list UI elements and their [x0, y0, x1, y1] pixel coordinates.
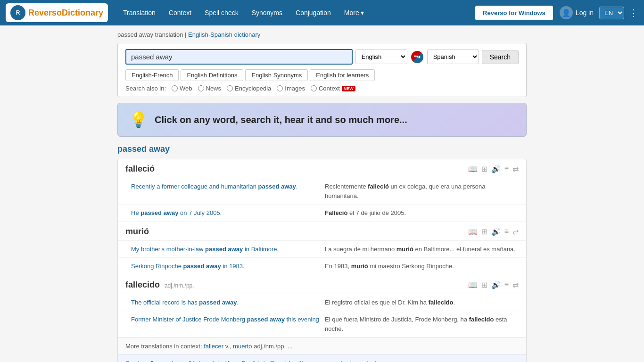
chevron-down-icon: ▾: [361, 9, 364, 16]
breadcrumb-link[interactable]: English-Spanish dictionary: [188, 31, 260, 38]
new-badge: NEW: [342, 86, 355, 91]
audio-icon[interactable]: 🔊: [491, 165, 501, 173]
entry-icons-1: 📖 ⊞ 🔊 ≡ ⇄: [468, 165, 519, 173]
list-icon[interactable]: ≡: [504, 280, 509, 289]
target-language-dropdown[interactable]: Spanish English French: [427, 49, 479, 64]
entry-header-2: murió 📖 ⊞ 🔊 ≡ ⇄: [118, 222, 526, 241]
book-icon[interactable]: 📖: [468, 227, 478, 236]
example-row: The official record is has passed away. …: [118, 294, 526, 312]
search-button[interactable]: Search: [482, 50, 519, 64]
more-options-icon[interactable]: ⋮: [629, 7, 638, 18]
grid-icon[interactable]: ⊞: [481, 165, 487, 173]
book-icon[interactable]: 📖: [468, 280, 478, 289]
example-en: Former Minister of Justice Frode Monberg…: [131, 315, 325, 333]
keyword-link[interactable]: passed away: [247, 316, 285, 323]
example-row: Serkong Rinpoche passed away in 1983. En…: [118, 258, 526, 275]
bulb-icon: 💡: [129, 111, 148, 129]
search-also-encyclopedia[interactable]: Encyclopedia: [227, 85, 271, 92]
swap-icon: [411, 51, 423, 63]
keyword-link[interactable]: passed away: [205, 246, 243, 253]
language-select[interactable]: EN ES FR: [599, 7, 624, 19]
example-es: El que fuera Ministro de Justicia, Frode…: [325, 315, 519, 333]
audio-icon[interactable]: 🔊: [491, 280, 501, 289]
example-row: Recently a former colleague and humanita…: [118, 178, 526, 205]
search-input[interactable]: [125, 49, 353, 65]
example-en: He passed away on 7 July 2005.: [131, 208, 325, 218]
grid-icon[interactable]: ⊞: [481, 280, 487, 289]
tab-english-learners[interactable]: English for learners: [310, 69, 375, 81]
logo-text: ReversoDictionary: [28, 8, 103, 18]
example-es: Recientemente falleció un ex colega, que…: [325, 182, 519, 200]
nav-spell-check[interactable]: Spell check: [199, 6, 244, 19]
entry-word-3: fallecido: [125, 280, 160, 289]
entry-header-3: fallecido adj./nm./pp. 📖 ⊞ 🔊 ≡ ⇄: [118, 275, 526, 294]
search-also-context[interactable]: ContextNEW: [311, 85, 355, 92]
keyword-link[interactable]: passed away: [199, 299, 237, 306]
more-trans-muerto[interactable]: muerto: [233, 343, 252, 350]
tab-english-french[interactable]: English-French: [125, 69, 179, 81]
keyword-link[interactable]: passed away: [140, 209, 178, 216]
example-en: Recently a former colleague and humanita…: [131, 182, 325, 200]
list-icon[interactable]: ≡: [504, 227, 509, 236]
example-row: My brother's mother-in-law passed away i…: [118, 241, 526, 258]
share-icon[interactable]: ⇄: [512, 227, 519, 236]
share-icon[interactable]: ⇄: [512, 280, 519, 289]
nav-context[interactable]: Context: [163, 6, 197, 19]
share-icon[interactable]: ⇄: [512, 165, 519, 173]
entry-header-1: falleció 📖 ⊞ 🔊 ≡ ⇄: [118, 159, 526, 178]
entry-word-2: murió: [125, 227, 149, 236]
list-icon[interactable]: ≡: [504, 165, 509, 173]
results-box: falleció 📖 ⊞ 🔊 ≡ ⇄ Recently a former col…: [117, 159, 527, 362]
nav-translation[interactable]: Translation: [117, 6, 161, 19]
banner-text: Click on any word, search it, hear it an…: [155, 115, 407, 125]
context-link-row: See how "passed away" is translated from…: [118, 354, 526, 362]
keyword-link[interactable]: passed away: [183, 263, 221, 270]
context-keyword-link[interactable]: passed away: [153, 360, 189, 362]
entry-pos-3: adj./nm./pp.: [165, 282, 194, 289]
breadcrumb: passed away translation | English-Spanis…: [117, 31, 527, 38]
login-label: Log in: [576, 9, 594, 16]
nav-more[interactable]: More ▾: [339, 6, 370, 19]
grid-icon[interactable]: ⊞: [481, 227, 487, 236]
swap-languages-button[interactable]: [410, 50, 424, 64]
entry-icons-2: 📖 ⊞ 🔊 ≡ ⇄: [468, 227, 519, 236]
book-icon[interactable]: 📖: [468, 165, 478, 173]
example-es: La suegra de mi hermano murió en Baltimo…: [325, 245, 519, 254]
search-also-news[interactable]: News: [198, 85, 222, 92]
example-en: Serkong Rinpoche passed away in 1983.: [131, 262, 325, 271]
results-heading: passed away: [117, 144, 527, 154]
translation-entry-2: murió 📖 ⊞ 🔊 ≡ ⇄ My brother's mother-in-l…: [118, 222, 526, 275]
user-menu[interactable]: 👤 Log in: [560, 6, 594, 19]
search-row: English Spanish French Spanish English F…: [125, 49, 519, 65]
search-also-images[interactable]: Images: [277, 85, 305, 92]
logo-icon: R: [10, 5, 25, 20]
tab-english-synonyms[interactable]: English Synonyms: [245, 69, 308, 81]
translation-entry-1: falleció 📖 ⊞ 🔊 ≡ ⇄ Recently a former col…: [118, 159, 526, 222]
example-es: Falleció el 7 de julio de 2005.: [325, 208, 519, 218]
keyword-link[interactable]: passed away: [258, 183, 296, 190]
search-also-label: Search also in:: [125, 85, 166, 92]
reverso-windows-button[interactable]: Reverso for Windows: [475, 6, 553, 20]
tab-english-definitions[interactable]: English Definitions: [181, 69, 243, 81]
entry-icons-3: 📖 ⊞ 🔊 ≡ ⇄: [468, 280, 519, 289]
example-row: Former Minister of Justice Frode Monberg…: [118, 311, 526, 337]
more-trans-fallecer[interactable]: fallecer: [204, 343, 223, 350]
source-language-dropdown[interactable]: English Spanish French: [355, 49, 407, 64]
more-translations: More translations in context: fallecer v…: [118, 337, 526, 354]
logo[interactable]: R ReversoDictionary: [6, 3, 108, 22]
translation-entry-3: fallecido adj./nm./pp. 📖 ⊞ 🔊 ≡ ⇄ The off…: [118, 275, 526, 338]
nav-conjugation[interactable]: Conjugation: [290, 6, 337, 19]
nav-synonyms[interactable]: Synonyms: [246, 6, 288, 19]
example-es: En 1983, murió mi maestro Serkong Rinpoc…: [325, 262, 519, 271]
navbar: R ReversoDictionary Translation Context …: [0, 0, 644, 25]
example-en: My brother's mother-in-law passed away i…: [131, 245, 325, 254]
example-en: The official record is has passed away.: [131, 298, 325, 307]
audio-icon[interactable]: 🔊: [491, 227, 501, 236]
main-content: passed away translation | English-Spanis…: [110, 25, 534, 362]
entry-word-1: falleció: [125, 164, 155, 173]
example-row: He passed away on 7 July 2005. Falleció …: [118, 205, 526, 222]
search-also-web[interactable]: Web: [172, 85, 192, 92]
search-tabs: English-French English Definitions Engli…: [125, 69, 519, 81]
user-avatar-icon: 👤: [560, 6, 573, 19]
click-banner: 💡 Click on any word, search it, hear it …: [117, 103, 527, 137]
